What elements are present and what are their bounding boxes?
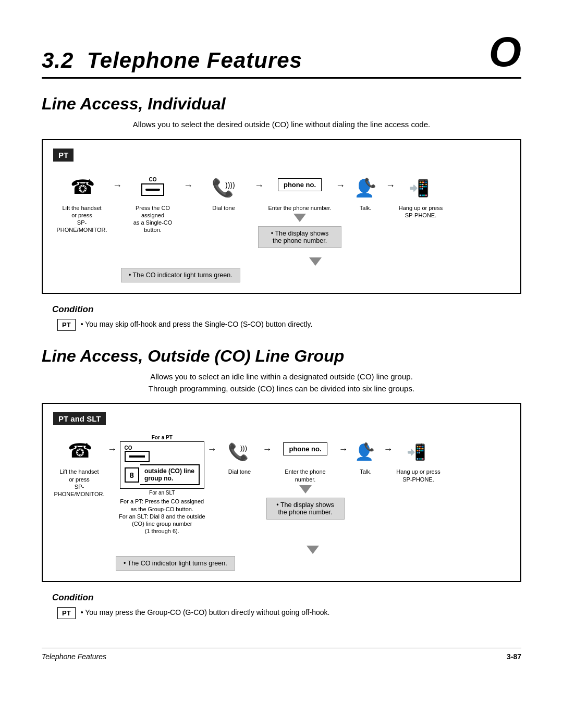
s2-step2-label: For a PT: Press the CO assignedas the Gr… (119, 498, 205, 535)
step3-dial-tone: 📞 )))) Dial tone (195, 171, 252, 212)
svg-text:↓: ↓ (419, 441, 423, 450)
s2-triangle-down-display (299, 485, 312, 493)
s2-arrow4: → (338, 444, 349, 455)
section1-steps: ☎ ↑ Lift the handsetor pressSP-PHONE/MON… (53, 171, 510, 248)
s2-handset-up-icon: ☎ ↑ (66, 437, 93, 464)
svg-text:↓: ↓ (422, 177, 427, 188)
step5-talk: 👤 📞 Talk. (347, 171, 384, 212)
s2-dial-tone-icon: 📞 ))) (227, 437, 253, 464)
section-line-access-co-group: Line Access, Outside (CO) Line Group All… (42, 347, 521, 582)
step3-label: Dial tone (212, 204, 235, 212)
s2-step5-talk: 👤 📞 Talk. (350, 435, 382, 475)
s2-step3-label: Dial tone (228, 468, 251, 475)
phone-no-box: phone no. (278, 178, 322, 191)
s2-outside-co-label: outside (CO) line group no. (140, 464, 200, 485)
arrow1: → (112, 180, 123, 191)
s2-step1-lift-handset: ☎ ↑ Lift the handsetor pressSP-PHONE/MON… (53, 435, 105, 498)
chapter-title: 3.2 Telephone Features (42, 48, 302, 73)
s2-step4-label: Enter the phone number. (274, 468, 337, 483)
svg-text:📞: 📞 (364, 442, 374, 452)
condition1-badge: PT (57, 319, 76, 331)
chapter-letter: O (489, 31, 521, 73)
s2-co-button-group: CO (125, 445, 200, 462)
condition2-title: Condition (52, 593, 521, 603)
hang-up-icon: 📲 ↓ (408, 173, 434, 200)
arrow3: → (253, 180, 265, 191)
condition2-section: Condition PT • You may press the Group-C… (42, 593, 521, 620)
s2-step6-label: Hang up or press SP-PHONE. (395, 468, 442, 483)
arrow5: → (385, 180, 396, 191)
s2-hang-up-icon: 📲 ↓ (406, 437, 432, 464)
section2-description: Allows you to select an idle line within… (42, 371, 521, 394)
svg-text:📞: 📞 (364, 177, 376, 189)
chapter-title-text: Telephone Features (87, 48, 302, 72)
s2-co-note: • The CO indicator light turns green. (116, 556, 235, 571)
s2-display-note: • The display shows the phone number. (266, 498, 345, 520)
s2-outside-co-row: 8 outside (CO) line group no. (125, 464, 200, 485)
s2-step6-hang-up: 📲 ↓ Hang up or press SP-PHONE. (395, 435, 442, 483)
s2-step3-dial-tone: 📞 ))) Dial tone (219, 435, 261, 475)
svg-text:))): ))) (240, 444, 247, 452)
s2-outside-co-line: outside (CO) line (144, 467, 194, 475)
condition1-text: You may skip off-hook and press the Sing… (85, 320, 312, 328)
display-note1: • The display shows the phone number. (258, 226, 341, 248)
step6-hang-up: 📲 ↓ Hang up or pressSP-PHONE. (397, 171, 444, 219)
s2-number-8: 8 (125, 467, 139, 483)
footer-title: Telephone Features (42, 652, 106, 661)
condition2-badge: PT (57, 607, 76, 620)
section2-diagram-header: PT and SLT (53, 412, 106, 425)
condition1-title: Condition (52, 304, 521, 315)
s2-triangle-down-co (307, 546, 319, 554)
condition1-section: Condition PT • You may skip off-hook and… (42, 304, 521, 331)
condition2-text: You may press the Group-CO (G-CO) button… (85, 608, 329, 616)
section2-steps: ☎ ↑ Lift the handsetor pressSP-PHONE/MON… (53, 435, 510, 535)
s2-step4-phone-number: phone no. Enter the phone number. • The … (274, 435, 337, 520)
section2-title: Line Access, Outside (CO) Line Group (42, 347, 521, 366)
section-line-access-individual: Line Access, Individual Allows you to se… (42, 94, 521, 294)
chapter-number: 3.2 (42, 48, 74, 72)
s2-arrow2: → (206, 444, 218, 455)
step2-co-button: CO Press the CO assignedas a Single-CO b… (124, 171, 181, 234)
triangle-down-co1 (309, 257, 322, 266)
chapter-header: 3.2 Telephone Features O (42, 31, 521, 79)
arrow4: → (335, 180, 346, 191)
svg-text:↑: ↑ (84, 440, 89, 450)
page-footer: Telephone Features 3-87 (42, 648, 521, 661)
footer-page: 3-87 (507, 652, 521, 661)
s2-arrow1: → (106, 444, 118, 455)
s2-talk-icon: 👤 📞 (353, 437, 378, 464)
section1-description: Allows you to select the desired outside… (42, 119, 521, 131)
s2-co-label: CO (125, 445, 132, 451)
condition1-row: PT • You may skip off-hook and press the… (57, 319, 521, 331)
co-note1: • The CO indicator light turns green. (121, 268, 240, 282)
triangle-down1 (293, 214, 306, 222)
s2-step5-label: Talk. (360, 468, 372, 475)
svg-text:↑: ↑ (87, 176, 92, 187)
step5-label: Talk. (360, 204, 372, 212)
s2-step2-group: For a PT CO 8 (119, 435, 205, 535)
s2-bracket-group: CO 8 outside (CO) line group no. (120, 441, 204, 489)
step1-lift-handset: ☎ ↑ Lift the handsetor pressSP-PHONE/MON… (53, 171, 111, 234)
s2-arrow3: → (262, 444, 273, 455)
talk-icon: 👤 📞 (353, 173, 378, 200)
svg-text:)))): )))) (225, 181, 235, 189)
arrow2: → (182, 180, 194, 191)
svg-text:📲: 📲 (407, 443, 426, 462)
s2-arrow5: → (383, 444, 394, 455)
section1-diagram-header: PT (53, 149, 74, 162)
condition2-row: PT • You may press the Group-CO (G-CO) b… (57, 607, 521, 620)
section2-diagram: PT and SLT ☎ ↑ Lift the handsetor pressS… (42, 403, 521, 582)
section1-title: Line Access, Individual (42, 94, 521, 114)
section1-diagram: PT ☎ ↑ Lift the handsetor pressSP-PHONE/… (42, 139, 521, 294)
step1-label: Lift the handsetor pressSP-PHONE/MONITOR… (53, 204, 111, 234)
step4-label: Enter the phone number. (268, 204, 331, 212)
s2-step1-label: Lift the handsetor pressSP-PHONE/MONITOR… (53, 468, 105, 498)
dial-tone-icon: 📞 )))) (211, 173, 237, 200)
step2-label: Press the CO assignedas a Single-CO butt… (124, 204, 181, 234)
handset-up-icon: ☎ ↑ (68, 173, 95, 200)
s2-group-no: group no. (144, 475, 194, 482)
step6-label: Hang up or pressSP-PHONE. (399, 204, 443, 219)
s2-phone-no-box: phone no. (283, 442, 327, 455)
s2-for-pt-label-top: For a PT (152, 435, 173, 440)
step4-phone-number: phone no. Enter the phone number. • The … (266, 171, 334, 248)
